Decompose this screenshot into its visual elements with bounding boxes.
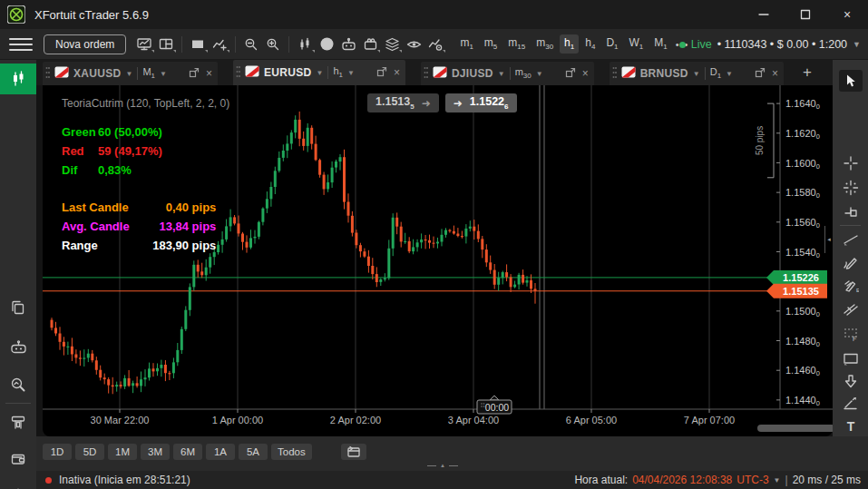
timeframe-m30[interactable]: m30 (532, 34, 558, 53)
minimize-button[interactable] (743, 0, 785, 29)
sidebar-item-settings[interactable] (0, 480, 36, 489)
svg-text:f: f (326, 39, 329, 50)
svg-text:1.15400: 1.15400 (785, 247, 820, 259)
projection-tool-icon[interactable] (839, 393, 863, 415)
tab-popout-icon[interactable] (189, 67, 200, 81)
sidebar-item-wallet[interactable] (0, 444, 36, 474)
chart-tab-eurusd[interactable]: EURUSD▼h1▼× (233, 60, 405, 85)
period-button-1a[interactable]: 1A (206, 444, 235, 460)
period-button-5a[interactable]: 5A (239, 444, 268, 460)
snap-tool-icon[interactable] (839, 200, 863, 221)
symbol-caret-icon[interactable]: ▼ (693, 70, 700, 78)
sidebar-item-market-scanner[interactable] (0, 369, 36, 400)
period-button-1d[interactable]: 1D (43, 444, 72, 460)
chart-add-icon[interactable] (209, 34, 230, 54)
maximize-button[interactable] (785, 0, 826, 29)
tab-popout-icon[interactable] (755, 67, 766, 81)
chart-tab-djiusd[interactable]: DJIUSD▼m30▼× (421, 62, 594, 85)
buy-button[interactable]: ➜ 1.15226 (445, 93, 517, 112)
trend-line-tool-icon[interactable] (839, 229, 863, 250)
svg-text:F: F (853, 336, 856, 342)
tab-popout-icon[interactable] (565, 67, 576, 81)
timeframe-M1[interactable]: M1 (649, 34, 671, 53)
period-button-1m[interactable]: 1M (108, 444, 137, 460)
chart-display-icon[interactable] (133, 34, 155, 54)
chart-tab-xauusd[interactable]: XAUUSD▼M1▼× (43, 62, 218, 85)
chart-tab-brnusd[interactable]: BRNUSD▼D1▼× (610, 62, 784, 85)
tab-popout-icon[interactable] (376, 66, 387, 80)
sidebar-item-atm[interactable] (0, 407, 36, 438)
timeframe-caret-icon[interactable]: ▼ (536, 70, 543, 78)
eye-icon[interactable] (403, 34, 424, 54)
multi-draw-tool-icon[interactable]: E (839, 276, 863, 298)
chart-scrollbar-thumb[interactable] (757, 425, 835, 432)
svg-text:2 Apr 02:00: 2 Apr 02:00 (330, 415, 381, 425)
fibonacci-tool-icon[interactable]: F (839, 323, 863, 345)
robot-icon[interactable] (337, 34, 359, 54)
symbol-caret-icon[interactable]: ▼ (316, 69, 323, 77)
new-order-button[interactable]: Nova ordem (44, 34, 126, 54)
tab-timeframe[interactable]: D1 (710, 66, 721, 80)
svg-text:1.14800: 1.14800 (785, 336, 820, 348)
rectangle-tool-icon[interactable] (839, 347, 863, 369)
crosshair-tool-icon[interactable] (839, 152, 863, 174)
timeframe-D1[interactable]: D1 (601, 34, 622, 53)
tab-close-icon[interactable]: × (394, 66, 400, 79)
window-controls: × (743, 0, 868, 29)
tab-timeframe[interactable]: h1 (333, 65, 343, 79)
period-button-todos[interactable]: Todos (271, 444, 312, 460)
new-tab-button[interactable]: + (803, 64, 812, 82)
panel-splitter-handle[interactable]: ▴ (415, 462, 470, 469)
workspace-layout-icon[interactable] (155, 34, 177, 54)
layers-icon[interactable] (381, 34, 403, 54)
timeframe-m15[interactable]: m15 (503, 34, 530, 53)
sell-button[interactable]: 1.15135 ➜ (367, 93, 439, 112)
tab-timeframe[interactable]: M1 (142, 66, 155, 80)
timeframe-h1[interactable]: h1 (560, 34, 579, 53)
symbol-caret-icon[interactable]: ▼ (125, 70, 132, 78)
app-sidebar: ? (0, 60, 36, 489)
crosshair-measure-tool-icon[interactable] (839, 177, 863, 199)
zoom-in-icon[interactable] (262, 34, 284, 54)
tab-close-icon[interactable]: × (206, 67, 212, 80)
f-circle-icon[interactable]: f (316, 34, 337, 54)
tab-close-icon[interactable]: × (582, 67, 589, 80)
timeframe-W1[interactable]: W1 (625, 34, 649, 53)
custom-period-button[interactable] (341, 444, 366, 460)
svg-text:6 Apr 05:00: 6 Apr 05:00 (566, 415, 617, 425)
freehand-draw-tool-icon[interactable] (839, 252, 863, 274)
period-button-3m[interactable]: 3M (141, 444, 170, 460)
indicator-row-range: Range183,90 pips (62, 236, 229, 255)
timeframe-caret-icon[interactable]: ▼ (347, 69, 355, 77)
plugins-icon[interactable] (359, 34, 381, 54)
chart-settings-icon[interactable] (424, 34, 446, 54)
period-button-5d[interactable]: 5D (75, 444, 104, 460)
timeframe-m1[interactable]: m1 (455, 34, 477, 53)
menu-icon[interactable] (9, 35, 33, 54)
timeframe-caret-icon[interactable]: ▼ (160, 70, 167, 78)
tab-symbol: BRNUSD (640, 67, 688, 80)
sidebar-item-trade-charts[interactable] (0, 64, 36, 94)
timezone-caret-icon[interactable]: ▼ (774, 476, 781, 484)
timeframe-caret-icon[interactable]: ▼ (726, 70, 733, 78)
chart-type-candles-icon[interactable] (294, 34, 316, 54)
svg-text:1.15135: 1.15135 (783, 286, 819, 297)
timeframe-h4[interactable]: h4 (580, 34, 600, 53)
text-tool-icon[interactable]: T (839, 416, 863, 437)
close-button[interactable]: × (826, 0, 868, 29)
symbol-caret-icon[interactable]: ▼ (498, 70, 505, 78)
tab-timeframe[interactable]: m30 (515, 66, 532, 80)
arrow-down-tool-icon[interactable] (839, 370, 863, 392)
cursor-tool-icon[interactable] (839, 70, 863, 92)
sidebar-item-robot[interactable] (0, 331, 36, 362)
sidebar-item-copy[interactable] (0, 292, 36, 323)
period-button-6m[interactable]: 6M (173, 444, 202, 460)
tab-close-icon[interactable]: × (772, 67, 778, 80)
timeframe-m5[interactable]: m5 (480, 34, 502, 53)
parallel-lines-tool-icon[interactable] (839, 298, 863, 320)
filled-rect-icon[interactable] (187, 34, 209, 54)
account-selector[interactable]: Live • 1110343 • $ 0.00 • 1:200 ▼ (679, 29, 861, 60)
timezone-selector[interactable]: UTC-3 (736, 474, 768, 486)
latency-value: 20 ms / 25 ms (793, 474, 861, 486)
zoom-out-icon[interactable] (240, 34, 262, 54)
